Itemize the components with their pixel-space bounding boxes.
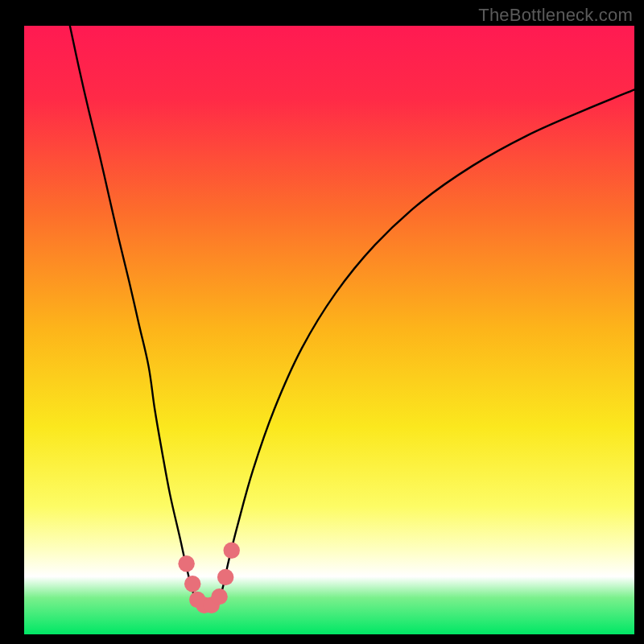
gradient-background <box>24 26 634 634</box>
curve-marker <box>184 576 200 592</box>
curve-marker <box>223 542 239 558</box>
curve-marker <box>178 555 194 572</box>
chart-container: TheBottleneck.com <box>0 0 644 644</box>
watermark-text: TheBottleneck.com <box>478 5 633 26</box>
bottleneck-curve-chart <box>0 0 644 644</box>
curve-marker <box>211 588 227 605</box>
curve-marker <box>217 569 233 585</box>
